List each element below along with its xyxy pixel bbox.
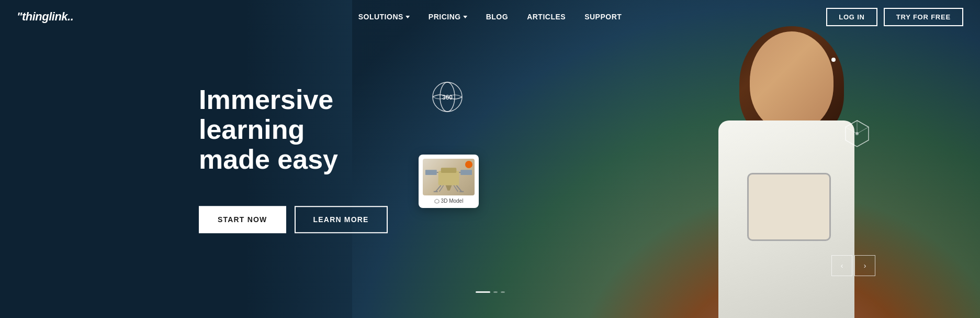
hero-title: Immersive learning made easy bbox=[199, 85, 424, 175]
icon-360: 360 bbox=[429, 79, 466, 115]
nav-auth-buttons: LOG IN TRY FOR FREE bbox=[826, 8, 963, 26]
login-button[interactable]: LOG IN bbox=[826, 8, 877, 26]
logo[interactable]: "thinglink.. bbox=[17, 10, 73, 24]
svg-rect-8 bbox=[438, 171, 459, 185]
hero-cta-buttons: START NOW LEARN MORE bbox=[199, 206, 424, 233]
nav-link-solutions[interactable]: SOLUTIONS bbox=[358, 13, 410, 21]
slide-dot-2[interactable] bbox=[493, 291, 498, 293]
arrow-right-icon: › bbox=[864, 261, 866, 270]
arrow-left-icon: ‹ bbox=[841, 261, 843, 270]
svg-line-5 bbox=[857, 127, 869, 134]
next-slide-button[interactable]: › bbox=[854, 255, 875, 276]
try-for-free-button[interactable]: TRY FOR FREE bbox=[884, 8, 963, 26]
nav-item-pricing[interactable]: PRICING bbox=[429, 13, 467, 21]
chevron-down-icon bbox=[463, 16, 467, 18]
svg-line-6 bbox=[846, 127, 857, 134]
svg-marker-20 bbox=[446, 185, 452, 190]
hexagon-3d-icon bbox=[841, 118, 873, 149]
nav-links: SOLUTIONS PRICING BLOG ARTICLES bbox=[358, 13, 622, 21]
hero-content: Immersive learning made easy START NOW L… bbox=[199, 85, 424, 234]
slide-indicator bbox=[476, 291, 505, 293]
start-now-button[interactable]: START NOW bbox=[199, 206, 286, 233]
slide-dot-1[interactable] bbox=[476, 291, 490, 293]
cube-icon bbox=[434, 199, 440, 204]
nav-link-articles[interactable]: ARTICLES bbox=[527, 13, 566, 21]
model-card-image bbox=[423, 159, 475, 195]
slide-dot-3[interactable] bbox=[501, 291, 505, 293]
3d-model-card: 3D Model bbox=[419, 155, 479, 208]
hero-image bbox=[666, 0, 917, 318]
slideshow-nav-arrows: ‹ › bbox=[831, 255, 875, 276]
nav-link-blog[interactable]: BLOG bbox=[486, 13, 508, 21]
360-sphere-icon: 360 bbox=[429, 79, 466, 115]
3d-model-icon bbox=[841, 118, 873, 151]
orange-indicator-dot bbox=[465, 161, 472, 168]
hero-section: "thinglink.. SOLUTIONS PRICING BLOG bbox=[0, 0, 980, 318]
head bbox=[750, 31, 833, 131]
nav-item-solutions[interactable]: SOLUTIONS bbox=[358, 13, 410, 21]
nav-item-articles[interactable]: ARTICLES bbox=[527, 13, 566, 21]
nav-link-pricing[interactable]: PRICING bbox=[429, 13, 467, 21]
svg-rect-9 bbox=[441, 168, 457, 173]
chevron-down-icon bbox=[405, 16, 410, 18]
navbar: "thinglink.. SOLUTIONS PRICING BLOG bbox=[0, 0, 980, 34]
svg-text:360: 360 bbox=[442, 94, 453, 101]
nav-item-support[interactable]: SUPPORT bbox=[584, 13, 622, 21]
prev-slide-button[interactable]: ‹ bbox=[831, 255, 852, 276]
svg-marker-21 bbox=[435, 199, 439, 203]
tablet-in-hand bbox=[747, 173, 831, 241]
model-card-label: 3D Model bbox=[423, 198, 475, 204]
svg-rect-11 bbox=[460, 170, 472, 175]
svg-rect-10 bbox=[425, 170, 437, 175]
learn-more-button[interactable]: LEARN MORE bbox=[295, 206, 388, 233]
nav-item-blog[interactable]: BLOG bbox=[486, 13, 508, 21]
svg-point-7 bbox=[855, 132, 859, 135]
nav-link-support[interactable]: SUPPORT bbox=[584, 13, 622, 21]
